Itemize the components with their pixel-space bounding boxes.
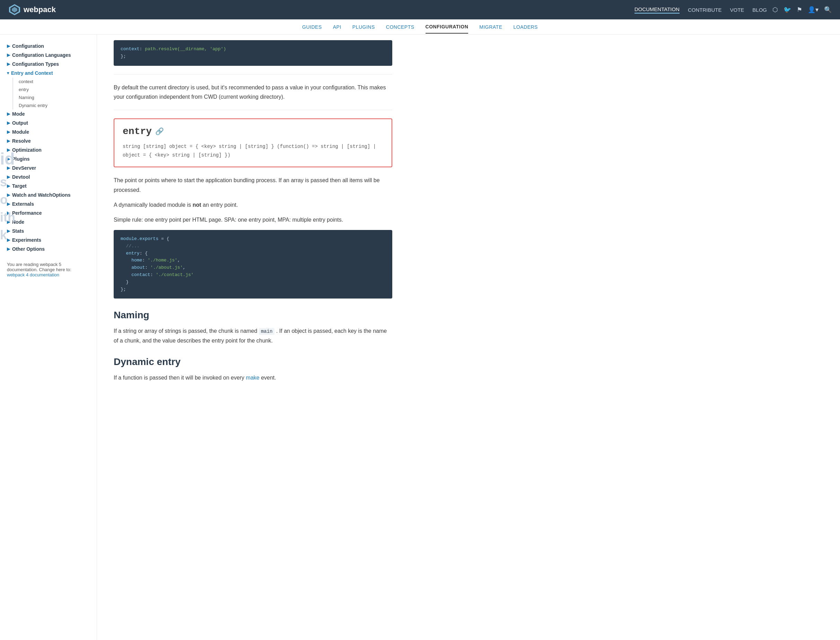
chevron-right-icon: ▶ [7,174,10,179]
sidebar-item-stats[interactable]: ▶ Stats [6,227,91,235]
sidebar-item-label: Watch and WatchOptions [12,192,71,198]
naming-text-start: If a string or array of strings is passe… [114,328,257,334]
naming-code: main [259,328,275,335]
sidebar-item-label: Externals [12,201,34,207]
nav-vote[interactable]: VOTE [730,7,744,13]
sidebar-item-label: Plugins [12,156,30,162]
header-nav: DOCUMENTATION CONTRIBUTE VOTE BLOG [635,6,767,13]
sidebar-footer-link[interactable]: webpack 4 documentation [7,272,59,277]
sidebar-item-label: Entry and Context [11,70,53,76]
sidebar-item-devserver[interactable]: ▶ DevServer [6,163,91,173]
entry-desc-2-text: A dynamically loaded module is [114,202,191,208]
chevron-right-icon: ▶ [7,147,10,152]
sidebar-footer-text: You are reading webpack 5 documentation.… [7,262,90,272]
sidebar-item-devtool[interactable]: ▶ Devtool [6,173,91,181]
user-menu[interactable]: 👤▾ [808,6,819,13]
sub-nav: GUIDES API PLUGINS CONCEPTS CONFIGURATIO… [0,19,840,35]
sidebar-item-label: Module [12,129,29,135]
entry-description-2: A dynamically loaded module is not an en… [114,200,392,210]
chevron-right-icon: ▶ [7,112,10,116]
sidebar-item-label: Configuration Types [12,61,59,67]
sidebar-sub-item-naming[interactable]: Naming [17,93,91,101]
sidebar-item-label: Resolve [12,138,31,144]
sidebar-item-configuration[interactable]: ▶ Configuration [6,42,91,51]
chevron-right-icon: ▶ [7,192,10,197]
sidebar-item-experiments[interactable]: ▶ Experiments [6,235,91,245]
sidebar-item-plugins[interactable]: ▶ Plugins [6,154,91,163]
separator-2 [114,110,392,110]
sidebar-item-label: Performance [12,210,42,216]
sidebar-item-resolve[interactable]: ▶ Resolve [6,136,91,146]
logo[interactable]: webpack [8,3,56,16]
sidebar-footer: You are reading webpack 5 documentation.… [6,262,91,277]
make-link[interactable]: make [246,375,260,381]
twitter-icon[interactable]: 🐦 [784,6,791,13]
chevron-right-icon: ▶ [7,202,10,206]
entry-title: entry 🔗 [123,126,383,137]
chevron-right-icon: ▶ [7,120,10,125]
chevron-right-icon: ▶ [7,139,10,143]
stack-icon[interactable]: ⚑ [797,6,802,13]
header: webpack DOCUMENTATION CONTRIBUTE VOTE BL… [0,0,840,19]
entry-type-signature: string [string] object = { <key> string … [123,142,383,160]
entry-description-3: Simple rule: one entry point per HTML pa… [114,215,392,224]
naming-title: Naming [114,310,392,321]
logo-text: webpack [24,5,56,14]
sidebar-sub-item-entry[interactable]: entry [17,86,91,93]
chevron-right-icon: ▶ [7,219,10,224]
chevron-right-icon: ▶ [7,184,10,189]
sidebar-item-label: Other Options [12,246,45,252]
tab-guides[interactable]: GUIDES [302,21,322,33]
top-code-block: context: path.resolve(__dirname, 'app') … [114,40,392,66]
search-icon[interactable]: 🔍 [824,6,832,13]
sidebar-item-output[interactable]: ▶ Output [6,118,91,128]
sidebar-item-optimization[interactable]: ▶ Optimization [6,146,91,154]
sidebar-item-module[interactable]: ▶ Module [6,128,91,136]
link-icon[interactable]: 🔗 [155,127,164,136]
chevron-right-icon: ▶ [7,238,10,242]
chevron-right-icon: ▶ [7,53,10,58]
nav-contribute[interactable]: CONTRIBUTE [688,7,722,13]
tab-loaders[interactable]: LOADERS [513,21,538,33]
nav-documentation[interactable]: DOCUMENTATION [635,6,680,13]
nav-blog[interactable]: BLOG [752,7,767,13]
sidebar-item-label: Target [12,183,27,189]
tab-concepts[interactable]: CONCEPTS [386,21,414,33]
entry-desc-2-end: an entry point. [203,202,238,208]
chevron-right-icon: ▶ [7,157,10,162]
sidebar-item-label: Mode [12,111,25,117]
sidebar-item-performance[interactable]: ▶ Performance [6,208,91,218]
sidebar-item-other-options[interactable]: ▶ Other Options [6,245,91,253]
sidebar-item-node[interactable]: ▶ Node [6,218,91,227]
sidebar-item-watch[interactable]: ▶ Watch and WatchOptions [6,190,91,200]
dynamic-entry-text-2: event. [261,375,276,381]
chevron-right-icon: ▶ [7,130,10,134]
chevron-right-icon: ▶ [7,44,10,48]
tab-api[interactable]: API [333,21,341,33]
sidebar-item-mode[interactable]: ▶ Mode [6,109,91,118]
sidebar-item-externals[interactable]: ▶ Externals [6,200,91,208]
sidebar-item-target[interactable]: ▶ Target [6,181,91,190]
sidebar-sub-item-dynamic-entry[interactable]: Dynamic entry [17,101,91,109]
entry-description-1: The point or points where to start the a… [114,176,392,194]
sidebar-item-label: DevServer [12,165,36,171]
chevron-right-icon: ▶ [7,246,10,251]
tab-configuration[interactable]: CONFIGURATION [426,21,468,34]
sidebar-item-label: Devtool [12,174,30,180]
sidebar-item-label: Output [12,120,28,126]
sidebar-item-config-languages[interactable]: ▶ Configuration Languages [6,51,91,59]
entry-title-text: entry [123,126,152,137]
dynamic-entry-title: Dynamic entry [114,356,392,368]
sidebar-item-entry-context[interactable]: ▾ Entry and Context [6,69,91,78]
github-icon[interactable]: ⬡ [773,6,778,13]
sidebar: ▶ Configuration ▶ Configuration Language… [0,35,97,640]
sidebar-sub-item-context[interactable]: context [17,78,91,86]
sidebar-sub-entry-context: context entry Naming Dynamic entry [13,78,91,109]
sidebar-item-config-types[interactable]: ▶ Configuration Types [6,59,91,69]
tab-migrate[interactable]: MIGRATE [479,21,502,33]
page-layout: ▶ Configuration ▶ Configuration Language… [0,35,840,640]
tab-plugins[interactable]: PLUGINS [353,21,375,33]
code-example-block: module.exports = { //... entry: { home: … [114,230,392,299]
naming-text: If a string or array of strings is passe… [114,326,392,345]
webpack-logo-icon [8,3,21,16]
